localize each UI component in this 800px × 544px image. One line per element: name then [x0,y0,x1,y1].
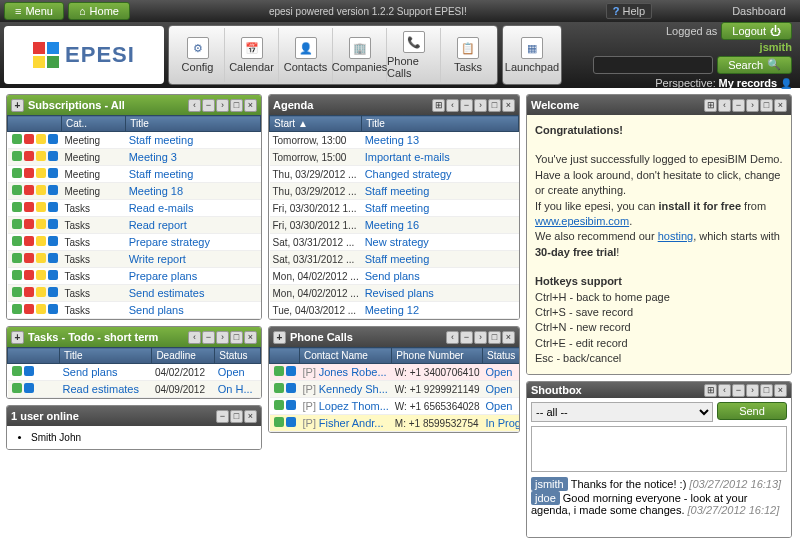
subscription-row[interactable]: TasksPrepare plans [8,268,261,285]
subscription-row[interactable]: TasksWrite report [8,251,261,268]
phonecall-row[interactable]: [P] Lopez Thom...W: +1 6565364028Open [270,398,520,415]
agenda-row[interactable]: Tomorrow, 13:00Meeting 13 [270,132,519,149]
panel-controls[interactable]: ⊞‹−›□× [704,384,787,397]
version-text: epesi powered version 1.2.2 Support EPES… [130,6,606,17]
subscription-row[interactable]: MeetingMeeting 18 [8,183,261,200]
agenda-row[interactable]: Tue, 04/03/2012 ...Meeting 12 [270,302,519,319]
panel-controls[interactable]: ‹−›□× [446,331,515,344]
perspective[interactable]: Perspective: My records 👤 [655,77,792,89]
launchpad-icon: ▦ [521,37,543,59]
task-row[interactable]: Read estimates04/09/2012On H... [8,381,261,398]
tool-config[interactable]: ⚙Config [171,28,225,82]
shout-send-button[interactable]: Send [717,402,787,420]
tool-contacts[interactable]: 👤Contacts [279,28,333,82]
phone calls-icon: 📞 [403,31,425,53]
panel-controls[interactable]: ⊞‹−›□× [432,99,515,112]
hosting-link[interactable]: hosting [658,230,693,242]
welcome-title: Welcome [531,99,700,111]
tasks-title: Tasks - Todo - short term [28,331,184,343]
shout-message: jsmithThanks for the notice! :) [03/27/2… [531,478,787,490]
panel-controls[interactable]: ⊞‹−›□× [704,99,787,112]
calendar-icon: 📅 [241,37,263,59]
add-subscription-button[interactable]: + [11,99,24,112]
agenda-row[interactable]: Fri, 03/30/2012 1...Meeting 16 [270,217,519,234]
search-input[interactable] [593,56,713,74]
agenda-row[interactable]: Fri, 03/30/2012 1...Staff meeting [270,200,519,217]
epesi-link[interactable]: www.epesibim.com [535,215,629,227]
phone-title: Phone Calls [290,331,442,343]
shout-target-select[interactable]: -- all -- [531,402,713,422]
welcome-body: Congratulations! You've just successfull… [527,115,791,374]
subscriptions-title: Subscriptions - All [28,99,184,111]
subscription-row[interactable]: TasksSend plans [8,302,261,319]
agenda-row[interactable]: Mon, 04/02/2012 ...Revised plans [270,285,519,302]
subscription-row[interactable]: TasksRead report [8,217,261,234]
task-row[interactable]: Send plans04/02/2012Open [8,364,261,381]
agenda-row[interactable]: Thu, 03/29/2012 ...Staff meeting [270,183,519,200]
online-user: Smith John [31,432,247,443]
agenda-row[interactable]: Sat, 03/31/2012 ...New strategy [270,234,519,251]
panel-controls[interactable]: −□× [216,410,257,423]
tool-companies[interactable]: 🏢Companies [333,28,387,82]
config-icon: ⚙ [187,37,209,59]
dashboard-label: Dashboard [732,5,786,17]
tasks-icon: 📋 [457,37,479,59]
tool-calendar[interactable]: 📅Calendar [225,28,279,82]
subscription-row[interactable]: TasksRead e-mails [8,200,261,217]
subscription-row[interactable]: TasksPrepare strategy [8,234,261,251]
subscription-row[interactable]: TasksSend estimates [8,285,261,302]
panel-controls[interactable]: ‹−›□× [188,99,257,112]
add-phonecall-button[interactable]: + [273,331,286,344]
add-task-button[interactable]: + [11,331,24,344]
search-button[interactable]: Search 🔍 [717,56,792,74]
logo: EPESI [4,26,164,84]
panel-controls[interactable]: ‹−›□× [188,331,257,344]
agenda-row[interactable]: Tomorrow, 15:00Important e-mails [270,149,519,166]
agenda-title: Agenda [273,99,428,111]
shout-input[interactable] [531,426,787,472]
shoutbox-title: Shoutbox [531,384,700,396]
companies-icon: 🏢 [349,37,371,59]
logout-button[interactable]: Logout ⏻ [721,22,792,40]
tool-tasks[interactable]: 📋Tasks [441,28,495,82]
phonecall-row[interactable]: [P] Jones Robe...W: +1 3400706410Open [270,364,520,381]
agenda-row[interactable]: Thu, 03/29/2012 ...Changed strategy [270,166,519,183]
phonecall-row[interactable]: [P] Kennedy Sh...W: +1 9299921149Open [270,381,520,398]
subscription-row[interactable]: MeetingStaff meeting [8,132,261,149]
shout-message: jdoeGood morning everyone - look at your… [531,492,787,516]
launchpad-button[interactable]: ▦ Launchpad [505,28,559,82]
agenda-row[interactable]: Sat, 03/31/2012 ...Staff meeting [270,251,519,268]
phonecall-row[interactable]: [P] Fisher Andr...M: +1 8599532754In Pro… [270,415,520,432]
username: jsmith [760,41,792,53]
home-button[interactable]: ⌂ Home [68,2,130,20]
online-title: 1 user online [11,410,212,422]
menu-button[interactable]: ≡ Menu [4,2,64,20]
subscription-row[interactable]: MeetingStaff meeting [8,166,261,183]
logged-as-label: Logged as [666,25,717,37]
subscription-row[interactable]: MeetingMeeting 3 [8,149,261,166]
agenda-row[interactable]: Mon, 04/02/2012 ...Send plans [270,268,519,285]
contacts-icon: 👤 [295,37,317,59]
tool-phone calls[interactable]: 📞Phone Calls [387,28,441,82]
help-button[interactable]: ? Help [606,3,652,19]
